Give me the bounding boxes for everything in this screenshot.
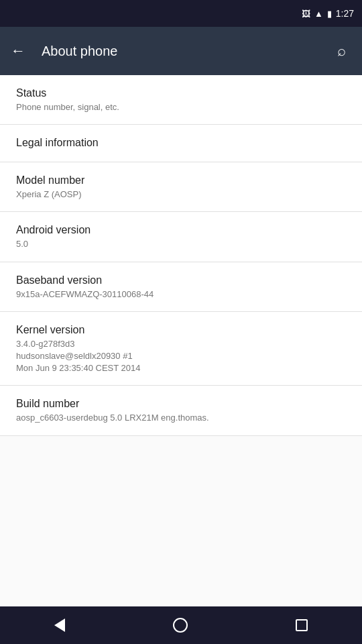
nav-bar xyxy=(0,606,362,644)
list-item-legal-information[interactable]: Legal information xyxy=(0,125,362,162)
item-title-legal-information: Legal information xyxy=(16,137,346,149)
battery-icon: ▮ xyxy=(327,9,332,19)
item-title-android-version: Android version xyxy=(16,224,346,236)
status-bar-icons: 🖼 ▲ ▮ 1:27 xyxy=(302,8,354,19)
item-subtitle-kernel-version: 3.4.0-g278f3d3 hudsonslave@seldlx20930 #… xyxy=(16,338,346,375)
content-area: Status Phone number, signal, etc. Legal … xyxy=(0,75,362,606)
search-button[interactable]: ⌕ xyxy=(332,37,351,65)
nav-back-button[interactable] xyxy=(41,612,78,639)
list-item-build-number[interactable]: Build number aosp_c6603-userdebug 5.0 LR… xyxy=(0,386,362,435)
status-time: 1:27 xyxy=(336,8,354,19)
home-circle-icon xyxy=(173,618,188,633)
item-title-build-number: Build number xyxy=(16,398,346,410)
back-button[interactable]: ← xyxy=(5,37,31,65)
item-subtitle-build-number: aosp_c6603-userdebug 5.0 LRX21M eng.thom… xyxy=(16,412,346,424)
signal-icon: ▲ xyxy=(314,9,323,19)
list-item-baseband-version[interactable]: Baseband version 9x15a-ACEFWMAZQ-3011006… xyxy=(0,262,362,312)
item-subtitle-model-number: Xperia Z (AOSP) xyxy=(16,189,346,201)
nav-home-button[interactable] xyxy=(160,611,201,639)
list-item-android-version[interactable]: Android version 5.0 xyxy=(0,212,362,262)
item-subtitle-baseband-version: 9x15a-ACEFWMAZQ-30110068-44 xyxy=(16,288,346,301)
recent-square-icon xyxy=(296,619,308,631)
item-title-model-number: Model number xyxy=(16,174,346,186)
list-item-model-number[interactable]: Model number Xperia Z (AOSP) xyxy=(0,162,362,212)
app-bar: ← About phone ⌕ xyxy=(0,27,362,75)
status-bar: 🖼 ▲ ▮ 1:27 xyxy=(0,0,362,27)
list-item-kernel-version[interactable]: Kernel version 3.4.0-g278f3d3 hudsonslav… xyxy=(0,312,362,386)
item-title-kernel-version: Kernel version xyxy=(16,324,346,336)
page-title: About phone xyxy=(42,44,321,59)
item-subtitle-status: Phone number, signal, etc. xyxy=(16,101,346,113)
list-item-status[interactable]: Status Phone number, signal, etc. xyxy=(0,75,362,125)
nav-recent-button[interactable] xyxy=(282,612,321,638)
image-icon: 🖼 xyxy=(302,9,310,19)
item-title-status: Status xyxy=(16,87,346,99)
back-triangle-icon xyxy=(54,619,65,632)
item-subtitle-android-version: 5.0 xyxy=(16,238,346,250)
item-title-baseband-version: Baseband version xyxy=(16,274,346,286)
